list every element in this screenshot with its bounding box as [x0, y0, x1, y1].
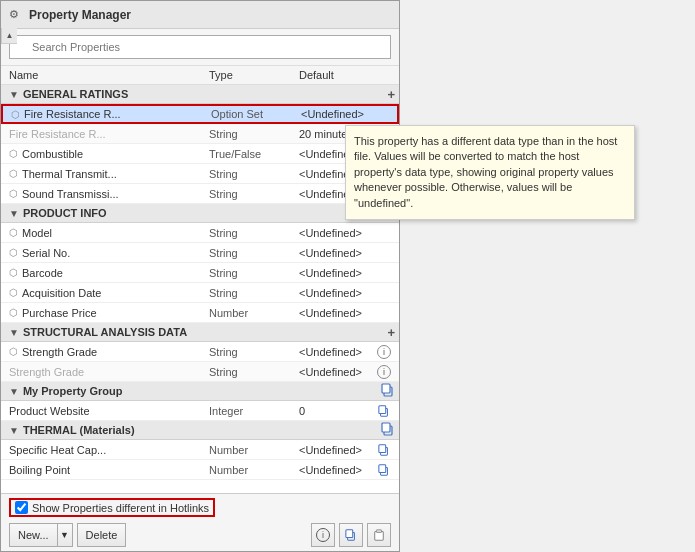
checkbox-border: Show Properties different in Hotlinks	[9, 498, 215, 517]
prop-type: String	[209, 287, 299, 299]
search-wrapper: 🔍	[9, 35, 391, 59]
group-thermal[interactable]: ▼ THERMAL (Materials)	[1, 421, 399, 440]
prop-default: <Undefined>	[301, 108, 389, 120]
table-row[interactable]: Product Website Integer 0	[1, 401, 399, 421]
prop-action[interactable]	[377, 443, 391, 457]
prop-type: String	[209, 267, 299, 279]
search-input[interactable]	[9, 35, 391, 59]
prop-name: ⬡ Acquisition Date	[9, 287, 209, 299]
copy-group-icon[interactable]	[381, 383, 395, 399]
table-row[interactable]: ⬡ Acquisition Date String <Undefined>	[1, 283, 399, 303]
prop-name: Boiling Point	[9, 464, 209, 476]
info-icon[interactable]: i	[377, 345, 391, 359]
svg-rect-5	[382, 423, 390, 432]
scroll-up-arrow[interactable]: ▲	[1, 28, 17, 44]
prop-action[interactable]: i	[377, 345, 391, 359]
chevron-icon: ▼	[9, 208, 19, 219]
table-row[interactable]: ⬡ Sound Transmissi... String <Undefined>	[1, 184, 399, 204]
prop-default: <Undefined>	[299, 227, 391, 239]
delete-button[interactable]: Delete	[77, 523, 127, 547]
prop-type: String	[209, 168, 299, 180]
prop-name: ⬡ Barcode	[9, 267, 209, 279]
prop-default: <Undefined>	[299, 464, 377, 476]
move-icon: ⬡	[9, 168, 18, 179]
prop-name: ⬡ Serial No.	[9, 247, 209, 259]
prop-default: <Undefined>	[299, 444, 377, 456]
chevron-icon: ▼	[9, 386, 19, 397]
prop-name: Product Website	[9, 405, 209, 417]
table-row[interactable]: ⬡ Serial No. String <Undefined>	[1, 243, 399, 263]
prop-default: 0	[299, 405, 377, 417]
prop-name: ⬡ Combustible	[9, 148, 209, 160]
bottom-bar: Show Properties different in Hotlinks Ne…	[1, 493, 399, 551]
prop-type: String	[209, 366, 299, 378]
svg-rect-3	[379, 405, 386, 413]
property-list: ▼ GENERAL RATINGS + ⬡ Fire Resistance R.…	[1, 85, 399, 493]
table-row[interactable]: Boiling Point Number <Undefined>	[1, 460, 399, 480]
prop-default: <Undefined>	[299, 307, 391, 319]
prop-name: ⬡ Sound Transmissi...	[9, 188, 209, 200]
table-row[interactable]: ⬡ Purchase Price Number <Undefined>	[1, 303, 399, 323]
group-label: THERMAL (Materials)	[23, 424, 135, 436]
prop-type: Integer	[209, 405, 299, 417]
group-general-ratings[interactable]: ▼ GENERAL RATINGS +	[1, 85, 399, 104]
table-row[interactable]: Fire Resistance R... String 20 minutes i	[1, 124, 399, 144]
prop-type: Number	[209, 464, 299, 476]
prop-default: <Undefined>	[299, 267, 391, 279]
add-property-btn[interactable]: +	[387, 87, 395, 102]
prop-action[interactable]: i	[377, 365, 391, 379]
table-row[interactable]: Specific Heat Cap... Number <Undefined>	[1, 440, 399, 460]
prop-action[interactable]	[377, 404, 391, 418]
title-bar: ⚙ Property Manager	[1, 1, 399, 29]
copy-group-icon[interactable]	[381, 422, 395, 438]
copy-action-btn[interactable]	[339, 523, 363, 547]
prop-name: ⬡ Strength Grade	[9, 346, 209, 358]
svg-rect-13	[376, 530, 381, 533]
group-label: PRODUCT INFO	[23, 207, 107, 219]
new-button-dropdown[interactable]: ▼	[57, 523, 73, 547]
prop-name: ⬡ Model	[9, 227, 209, 239]
move-icon: ⬡	[9, 148, 18, 159]
col-type: Type	[209, 69, 299, 81]
chevron-icon: ▼	[9, 425, 19, 436]
svg-rect-11	[346, 530, 353, 538]
table-row[interactable]: ⬡ Barcode String <Undefined>	[1, 263, 399, 283]
prop-type: String	[209, 346, 299, 358]
prop-type: Number	[209, 444, 299, 456]
copy-icon[interactable]	[377, 404, 391, 418]
svg-rect-7	[379, 444, 386, 452]
paste-action-btn[interactable]	[367, 523, 391, 547]
table-row[interactable]: ⬡ Thermal Transmit... String <Undefined>	[1, 164, 399, 184]
move-icon: ⬡	[11, 109, 20, 120]
move-icon: ⬡	[9, 287, 18, 298]
show-hotlinks-checkbox[interactable]	[15, 501, 28, 514]
checkbox-row: Show Properties different in Hotlinks	[9, 498, 391, 517]
table-row[interactable]: ⬡ Strength Grade String <Undefined> i	[1, 342, 399, 362]
prop-type: Option Set	[211, 108, 301, 120]
add-property-btn[interactable]: +	[387, 325, 395, 340]
col-name: Name	[9, 69, 209, 81]
search-bar: 🔍	[1, 29, 399, 66]
prop-name: Specific Heat Cap...	[9, 444, 209, 456]
move-icon: ⬡	[9, 267, 18, 278]
window-title: Property Manager	[29, 8, 131, 22]
table-row[interactable]: ⬡ Model String <Undefined>	[1, 223, 399, 243]
info-icon[interactable]: i	[377, 365, 391, 379]
prop-action[interactable]	[377, 463, 391, 477]
table-row[interactable]: Strength Grade String <Undefined> i	[1, 362, 399, 382]
copy-icon[interactable]	[377, 443, 391, 457]
prop-type: String	[209, 188, 299, 200]
copy-icon[interactable]	[377, 463, 391, 477]
svg-rect-9	[379, 464, 386, 472]
info-action-btn[interactable]: i	[311, 523, 335, 547]
window-icon: ⚙	[9, 8, 23, 22]
group-structural[interactable]: ▼ STRUCTURAL ANALYSIS DATA +	[1, 323, 399, 342]
buttons-row: New... ▼ Delete i	[9, 523, 391, 547]
new-button[interactable]: New...	[9, 523, 57, 547]
table-row[interactable]: ⬡ Fire Resistance R... Option Set <Undef…	[1, 104, 399, 124]
prop-type: True/False	[209, 148, 299, 160]
group-my-property[interactable]: ▼ My Property Group	[1, 382, 399, 401]
move-icon: ⬡	[9, 307, 18, 318]
table-row[interactable]: ⬡ Combustible True/False <Undefined>	[1, 144, 399, 164]
group-product-info[interactable]: ▼ PRODUCT INFO	[1, 204, 399, 223]
